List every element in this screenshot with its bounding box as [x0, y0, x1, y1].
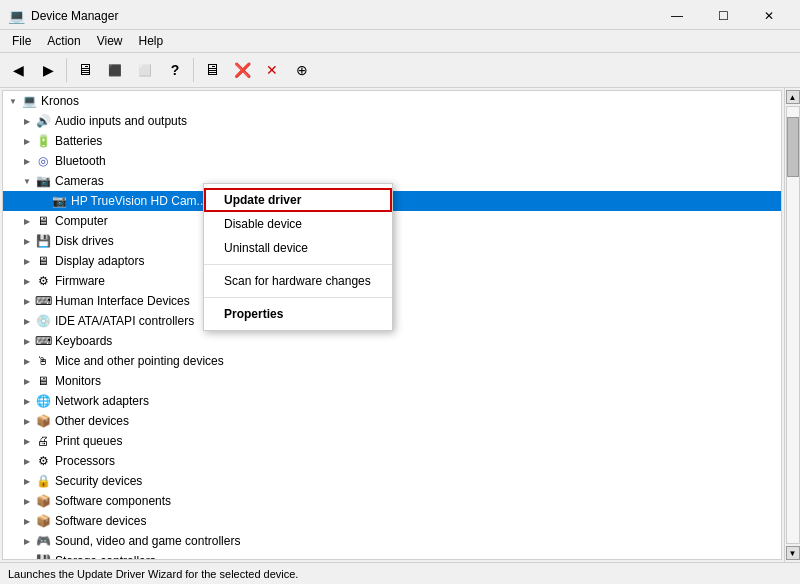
sound-label: Sound, video and game controllers — [55, 534, 240, 548]
root-label: Kronos — [41, 94, 79, 108]
connection-view-button[interactable]: ⬛ — [101, 56, 129, 84]
keyboards-label: Keyboards — [55, 334, 112, 348]
tree-item-monitors[interactable]: ▶ 🖥 Monitors — [3, 371, 781, 391]
title-text: Device Manager — [31, 9, 118, 23]
title-bar: 💻 Device Manager — ☐ ✕ — [0, 0, 800, 30]
audio-expand-icon: ▶ — [19, 113, 35, 129]
firmware-expand-icon: ▶ — [19, 273, 35, 289]
processors-expand-icon: ▶ — [19, 453, 35, 469]
firmware-icon: ⚙ — [35, 273, 51, 289]
software-devices-label: Software devices — [55, 514, 146, 528]
computer-view-button[interactable]: 🖥 — [71, 56, 99, 84]
ctx-uninstall-device[interactable]: Uninstall device — [204, 236, 392, 260]
keyboards-expand-icon: ▶ — [19, 333, 35, 349]
ctx-properties-label: Properties — [224, 307, 283, 321]
ctx-scan-label: Scan for hardware changes — [224, 274, 371, 288]
ide-icon: 💿 — [35, 313, 51, 329]
resources-view-button[interactable]: ⬜ — [131, 56, 159, 84]
maximize-button[interactable]: ☐ — [700, 6, 746, 26]
security-label: Security devices — [55, 474, 142, 488]
status-text: Launches the Update Driver Wizard for th… — [8, 568, 298, 580]
menu-file[interactable]: File — [4, 32, 39, 50]
menu-view[interactable]: View — [89, 32, 131, 50]
bluetooth-label: Bluetooth — [55, 154, 106, 168]
processors-label: Processors — [55, 454, 115, 468]
hp-camera-expand-icon — [35, 193, 51, 209]
tree-root[interactable]: ▼ 💻 Kronos — [3, 91, 781, 111]
help-button[interactable]: ? — [161, 56, 189, 84]
ide-label: IDE ATA/ATAPI controllers — [55, 314, 194, 328]
scroll-down-arrow[interactable]: ▼ — [786, 546, 800, 560]
scan-button[interactable]: 🖥 — [198, 56, 226, 84]
tree-item-audio[interactable]: ▶ 🔊 Audio inputs and outputs — [3, 111, 781, 131]
ctx-properties[interactable]: Properties — [204, 302, 392, 326]
tree-item-storage[interactable]: ▶ 💾 Storage controllers — [3, 551, 781, 560]
disk-drives-label: Disk drives — [55, 234, 114, 248]
hid-expand-icon: ▶ — [19, 293, 35, 309]
print-expand-icon: ▶ — [19, 433, 35, 449]
print-icon: 🖨 — [35, 433, 51, 449]
tree-item-print[interactable]: ▶ 🖨 Print queues — [3, 431, 781, 451]
app-icon: 💻 — [8, 8, 25, 24]
sound-expand-icon: ▶ — [19, 533, 35, 549]
hp-camera-icon: 📷 — [51, 193, 67, 209]
processors-icon: ⚙ — [35, 453, 51, 469]
software-devices-icon: 📦 — [35, 513, 51, 529]
monitors-icon: 🖥 — [35, 373, 51, 389]
ctx-disable-device[interactable]: Disable device — [204, 212, 392, 236]
scroll-up-arrow[interactable]: ▲ — [786, 90, 800, 104]
back-button[interactable]: ◀ — [4, 56, 32, 84]
menu-help[interactable]: Help — [131, 32, 172, 50]
tree-item-software-devices[interactable]: ▶ 📦 Software devices — [3, 511, 781, 531]
tree-item-network[interactable]: ▶ 🌐 Network adapters — [3, 391, 781, 411]
cameras-label: Cameras — [55, 174, 104, 188]
tree-area[interactable]: ▼ 💻 Kronos ▶ 🔊 Audio inputs and outputs … — [2, 90, 782, 560]
forward-button[interactable]: ▶ — [34, 56, 62, 84]
tree-item-mice[interactable]: ▶ 🖱 Mice and other pointing devices — [3, 351, 781, 371]
security-icon: 🔒 — [35, 473, 51, 489]
tree-item-keyboards[interactable]: ▶ ⌨ Keyboards — [3, 331, 781, 351]
firmware-label: Firmware — [55, 274, 105, 288]
computer-expand-icon: ▶ — [19, 213, 35, 229]
root-expand-icon: ▼ — [5, 93, 21, 109]
ctx-separator — [204, 264, 392, 265]
update-driver-button[interactable]: ❌ — [228, 56, 256, 84]
menu-bar: File Action View Help — [0, 30, 800, 52]
tree-item-bluetooth[interactable]: ▶ ◎ Bluetooth — [3, 151, 781, 171]
monitors-expand-icon: ▶ — [19, 373, 35, 389]
disk-drives-expand-icon: ▶ — [19, 233, 35, 249]
software-devices-expand-icon: ▶ — [19, 513, 35, 529]
tree-item-processors[interactable]: ▶ ⚙ Processors — [3, 451, 781, 471]
uninstall-button[interactable]: ✕ — [258, 56, 286, 84]
ctx-update-driver[interactable]: Update driver — [204, 188, 392, 212]
close-button[interactable]: ✕ — [746, 6, 792, 26]
software-components-label: Software components — [55, 494, 171, 508]
scrollbar[interactable]: ▲ ▼ — [784, 88, 800, 562]
other-label: Other devices — [55, 414, 129, 428]
keyboards-icon: ⌨ — [35, 333, 51, 349]
ctx-scan[interactable]: Scan for hardware changes — [204, 269, 392, 293]
title-left: 💻 Device Manager — [8, 8, 118, 24]
storage-expand-icon: ▶ — [19, 553, 35, 560]
tree-item-other[interactable]: ▶ 📦 Other devices — [3, 411, 781, 431]
hid-icon: ⌨ — [35, 293, 51, 309]
tree-item-software-components[interactable]: ▶ 📦 Software components — [3, 491, 781, 511]
tree-item-batteries[interactable]: ▶ 🔋 Batteries — [3, 131, 781, 151]
ctx-update-driver-label: Update driver — [224, 193, 301, 207]
tree-item-security[interactable]: ▶ 🔒 Security devices — [3, 471, 781, 491]
monitors-label: Monitors — [55, 374, 101, 388]
status-bar: Launches the Update Driver Wizard for th… — [0, 562, 800, 584]
toolbar: ◀ ▶ 🖥 ⬛ ⬜ ? 🖥 ❌ ✕ ⊕ — [0, 52, 800, 88]
minimize-button[interactable]: — — [654, 6, 700, 26]
network-icon: 🌐 — [35, 393, 51, 409]
menu-action[interactable]: Action — [39, 32, 88, 50]
ctx-separator-2 — [204, 297, 392, 298]
tree-item-sound[interactable]: ▶ 🎮 Sound, video and game controllers — [3, 531, 781, 551]
add-hardware-button[interactable]: ⊕ — [288, 56, 316, 84]
scroll-track[interactable] — [786, 106, 800, 544]
batteries-icon: 🔋 — [35, 133, 51, 149]
scroll-thumb[interactable] — [787, 117, 799, 177]
audio-label: Audio inputs and outputs — [55, 114, 187, 128]
software-components-expand-icon: ▶ — [19, 493, 35, 509]
mice-icon: 🖱 — [35, 353, 51, 369]
